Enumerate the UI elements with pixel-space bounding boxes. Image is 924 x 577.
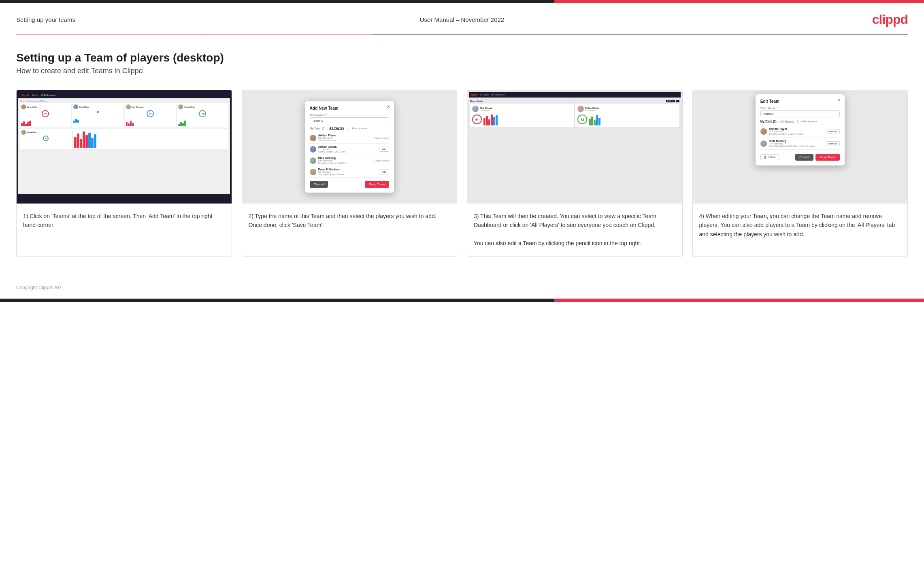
add-player-4-button[interactable]: Add [379,170,389,174]
filter-checkbox[interactable] [347,127,350,130]
modal-add-tabs: My Team (2) | All Players Filter by name [310,127,389,130]
edit-tab-my-team[interactable]: My Team (2) [760,120,777,123]
delete-team-button[interactable]: 🗑 Delete [760,154,779,160]
remove-player-1-button[interactable]: Remove [826,129,839,134]
edit-player-detail-1: Plus HandicapThe Shire London, United Ki… [769,130,824,135]
edit-tab-all-players[interactable]: All Players [781,120,794,123]
ss1-subheader: Swing out of 4 players from All Players [20,100,228,102]
copyright-text: Copyright Clippd 2021 [16,285,64,291]
ss1-player-card-4: Richard Butler 78 [177,103,228,127]
player-row-2: Adrian Coliba 1.5 HandicapCentral London… [310,144,389,155]
ss1-player-card-1: Adrian Coliba 84 [20,103,71,127]
ss3-title: Players Details [470,100,483,102]
add-player-2-button[interactable]: Add [379,147,389,152]
modal-tab-all-players[interactable]: All Players [329,127,344,130]
player-name-2: Adrian Coliba [318,145,377,148]
modal-edit-close[interactable]: ✕ [837,98,841,102]
player-status-3: Player Added [375,159,389,162]
step-2-text: 2) Type the name of this Team and then s… [242,204,457,256]
modal-save-button[interactable]: Save Team [365,181,389,188]
edit-modal-footer: 🗑 Delete Cancel Save Team [760,154,840,161]
player-detail-1: Plus HandicapThe Shire London [318,137,373,142]
edit-actions: Cancel Save Team [795,154,840,161]
player-avatar-3 [310,157,316,164]
edit-save-button[interactable]: Save Team [815,154,840,161]
ss1-nav-home: Home [32,94,38,96]
edit-team-name-label: Team Name * [760,107,840,110]
ss1-avatar-4 [178,104,183,109]
modal-tab-my-team[interactable]: My Team (2) [310,127,326,130]
steps-grid: clippd Home My Performance Swing out of … [16,90,908,257]
main-content: Setting up a Team of players (desktop) H… [0,35,924,281]
ss1-cards-row: Adrian Coliba 84 [20,103,228,127]
player-row-3: Blair McHarg Plus HandicapRoyal North De… [310,155,389,166]
player-avatar-4 [310,169,316,175]
ss3-btn-1[interactable]: Add Team [666,100,675,102]
page-subtitle: How to create and edit Teams in Clippd [16,67,908,75]
header-divider [16,34,908,35]
player-status-1: Player Added [375,137,389,139]
modal-team-name-input[interactable]: Team A [310,117,389,124]
edit-player-info-2: Blair McHarg Plus HandicapRoyal North De… [769,140,824,147]
player-name-4: Dave Billingham [318,168,377,171]
bottom-color-bar [0,299,924,302]
remove-player-2-button[interactable]: Remove [826,141,839,146]
edit-player-row-2: Blair McHarg Plus HandicapRoyal North De… [760,138,840,150]
edit-filter-checkbox[interactable] [797,120,801,123]
ss3-avatar-1 [472,106,479,112]
edit-filter-label: Filter by name [802,120,818,123]
player-row-4: Dave Billingham 3.5 HandicapThe Dog Maji… [310,166,389,178]
step-3-text: 3) This Team will then be created. You c… [467,204,682,256]
ss3-body: Players Details Add Team ✏ Blai [469,99,681,129]
edit-player-row-1: Adrian Player Plus HandicapThe Shire Lon… [760,125,840,138]
player-info-2: Adrian Coliba 1.5 HandicapCentral London… [318,145,377,153]
ss1-body: Swing out of 4 players from All Players … [18,98,230,194]
top-color-bar [0,0,924,3]
edit-player-name-1: Adrian Player [769,127,824,130]
edit-team-name-input[interactable]: Team A [760,110,840,117]
ss3-btn-2[interactable]: ✏ [676,100,679,102]
edit-team-modal: Edit Team ✕ Team Name * Team A My Team (… [756,94,845,165]
edit-cancel-button[interactable]: Cancel [795,154,813,161]
player-info-1: Adrian Player Plus HandicapThe Shire Lon… [318,134,373,142]
ss3-nav-team: My Performance [491,94,505,96]
ss1-nav-teams: My Performance [41,94,56,96]
header-logo: clippd [872,12,908,27]
modal-add-footer: Cancel Save Team [310,181,389,188]
player-detail-4: 3.5 HandicapThe Dog Majing Golf Club [318,171,377,176]
ss3-player-cards: Blair McHarg Plus Handicap 94 [470,104,679,127]
player-info-3: Blair McHarg Plus HandicapRoyal North De… [318,157,373,164]
ss1-avatar-2 [73,104,78,109]
ss3-header-row: Players Details Add Team ✏ [470,100,679,102]
step-1-screenshot: clippd Home My Performance Swing out of … [17,90,232,204]
player-info-4: Dave Billingham 3.5 HandicapThe Dog Maji… [318,168,377,176]
edit-player-name-2: Blair McHarg [769,140,824,142]
modal-cancel-button[interactable]: Cancel [310,181,328,188]
player-name-3: Blair McHarg [318,157,373,159]
player-avatar-1 [310,135,316,141]
header-section-label: Setting up your teams [16,16,75,23]
ss1-player-card-3: Dave Billingham 94 [125,103,176,127]
player-name-1: Adrian Player [318,134,373,137]
trash-icon: 🗑 [764,156,766,159]
ss3-logo: clippd [471,93,478,96]
step-4-card: Edit Team ✕ Team Name * Team A My Team (… [692,90,908,257]
ss1-avatar-1 [21,104,26,109]
step-1-text: 1) Click on 'Teams' at the top of the sc… [17,204,232,256]
modal-edit-tabs: My Team (2) | All Players Filter by name [760,120,840,123]
step-3-screenshot: clippd All Players My Performance Player… [467,90,682,204]
header-manual-title: User Manual – November 2022 [420,16,504,23]
step-4-screenshot: Edit Team ✕ Team Name * Team A My Team (… [693,90,908,204]
step-1-card: clippd Home My Performance Swing out of … [16,90,232,257]
ss3-nav-players: All Players [480,94,489,96]
step-2-screenshot: Add New Team ✕ Team Name * Team A My Tea… [242,90,457,204]
modal-add-close[interactable]: ✕ [387,104,390,109]
step-3-card: clippd All Players My Performance Player… [467,90,683,257]
add-team-modal: Add New Team ✕ Team Name * Team A My Tea… [305,101,394,193]
modal-edit-title: Edit Team [760,99,840,104]
player-detail-2: 1.5 HandicapCentral London Golf Centre [318,148,377,153]
footer: Copyright Clippd 2021 [0,281,924,299]
player-list: Adrian Player Plus HandicapThe Shire Lon… [310,132,389,178]
player-row-1: Adrian Player Plus HandicapThe Shire Lon… [310,132,389,144]
modal-team-name-label: Team Name * [310,114,389,117]
